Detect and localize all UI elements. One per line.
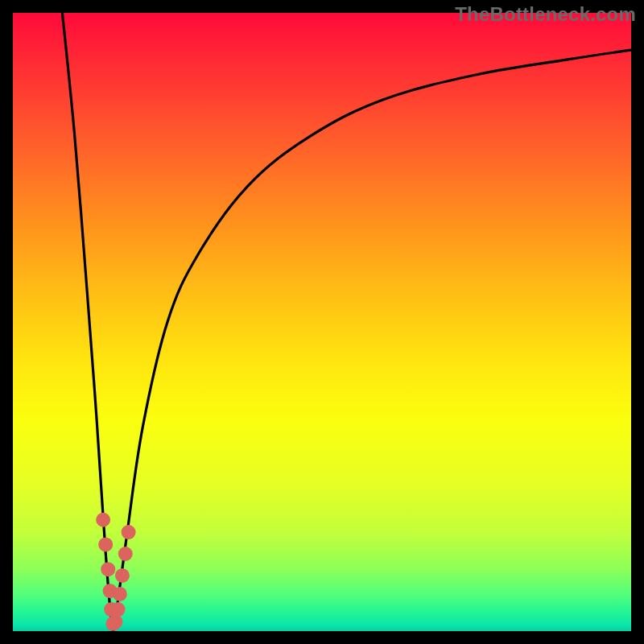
watermark-text: TheBottleneck.com bbox=[455, 3, 636, 26]
chart-frame: TheBottleneck.com bbox=[0, 0, 644, 644]
chart-marker bbox=[108, 614, 122, 629]
chart-marker bbox=[118, 547, 133, 561]
chart-marker bbox=[111, 602, 126, 617]
chart-curve-right-branch bbox=[113, 50, 631, 631]
chart-marker bbox=[98, 537, 113, 551]
chart-curves bbox=[62, 13, 631, 631]
chart-marker bbox=[115, 568, 130, 583]
chart-marker bbox=[122, 525, 136, 539]
chart-plot-area bbox=[13, 13, 631, 631]
chart-marker bbox=[96, 513, 110, 527]
chart-marker bbox=[101, 562, 115, 576]
chart-marker bbox=[113, 587, 127, 601]
chart-markers bbox=[96, 513, 135, 631]
chart-svg bbox=[13, 13, 631, 631]
